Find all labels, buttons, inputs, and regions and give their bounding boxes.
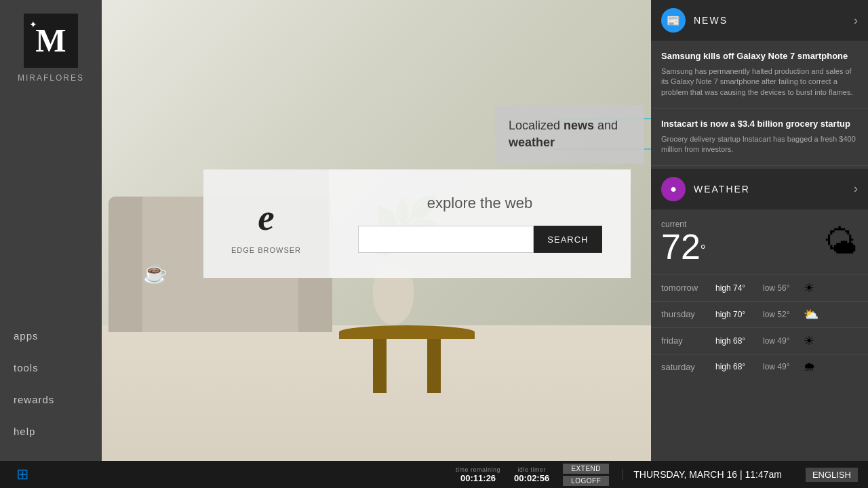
idle-timer-value: 00:02:56 <box>514 473 549 483</box>
forecast-day-0: tomorrow <box>661 283 715 293</box>
sidebar: ✦ M MIRAFLORES apps tools rewards help <box>0 0 102 461</box>
edge-browser-panel[interactable]: e EDGE BROWSER <box>203 169 329 278</box>
sidebar-item-tools[interactable]: tools <box>0 352 102 384</box>
sidebar-item-apps[interactable]: apps <box>0 320 102 352</box>
forecast-low-0: low 56° <box>763 283 804 293</box>
forecast-high-2: high 68° <box>715 336 763 346</box>
windows-start-button[interactable]: ⊞ <box>10 462 35 487</box>
tooltip-text-and: and <box>594 119 618 132</box>
forecast-low-1: low 52° <box>763 310 804 319</box>
news-header[interactable]: 📰 NEWS › <box>651 0 868 41</box>
taskbar: ⊞ time remaining 00:11:26 idle timer 00:… <box>0 461 868 488</box>
logo-icon: ✦ <box>29 19 37 30</box>
logoff-button[interactable]: LOGOFF <box>563 476 609 486</box>
time-remaining-display: time remaining 00:11:26 <box>456 466 500 483</box>
forecast-high-3: high 68° <box>715 362 763 371</box>
weather-header[interactable]: ● WEATHER › <box>651 169 868 209</box>
weather-temp-value: 72 <box>661 227 701 266</box>
weather-temp-area: current 72° <box>661 220 706 264</box>
table-leg1 <box>373 339 387 393</box>
tooltip-box: Localized news and weather <box>495 105 644 163</box>
sun-cloud-icon: 🌤 <box>824 223 858 261</box>
forecast-row-thursday: thursday high 70° low 52° ⛅ <box>651 301 868 327</box>
search-title: explore the web <box>427 195 532 212</box>
forecast-icon-1: ⛅ <box>804 307 818 322</box>
forecast-day-1: thursday <box>661 309 715 319</box>
sidebar-item-help[interactable]: help <box>0 415 102 447</box>
search-row: SEARCH <box>358 226 602 253</box>
datetime-display: THURSDAY, MARCH 16 | 11:47am <box>623 469 792 480</box>
weather-icon: ● <box>661 177 686 201</box>
edge-icon: e <box>243 193 290 241</box>
forecast-icon-0: ☀ <box>804 281 814 296</box>
news-icon-symbol: 📰 <box>667 14 680 27</box>
taskbar-info: time remaining 00:11:26 idle timer 00:02… <box>456 464 858 486</box>
forecast-row-friday: friday high 68° low 49° ☀ <box>651 327 868 354</box>
forecast-icon-3: 🌧 <box>804 360 816 374</box>
news-item-2-title: Instacart is now a $3.4 billion grocery … <box>661 119 858 130</box>
forecast-row-saturday: saturday high 68° low 49° 🌧 <box>651 354 868 380</box>
logo-letter: M <box>35 24 66 57</box>
tooltip-text-plain: Localized <box>509 119 564 132</box>
forecast-low-2: low 49° <box>763 336 804 346</box>
search-panel: explore the web SEARCH <box>329 169 631 278</box>
weather-current: current 72° 🌤 <box>651 209 868 274</box>
news-arrow-icon[interactable]: › <box>854 14 858 28</box>
tooltip-text-weather: weather <box>509 136 555 149</box>
idle-timer-display: idle timer 00:02:56 <box>514 466 549 483</box>
table-leg2 <box>427 339 441 393</box>
logo-area: ✦ M MIRAFLORES <box>0 0 102 96</box>
weather-current-icon: 🌤 <box>824 222 858 262</box>
extend-button[interactable]: EXTEND <box>563 464 609 474</box>
right-panel: 📰 NEWS › Samsung kills off Galaxy Note 7… <box>651 0 868 461</box>
time-remaining-label: time remaining <box>456 466 500 473</box>
coffee-mug: ☕ <box>142 261 167 285</box>
idle-timer-label: idle timer <box>517 466 546 473</box>
forecast-high-1: high 70° <box>715 310 763 319</box>
edge-e-letter: e <box>258 196 274 239</box>
news-item-2-desc: Grocery delivery startup Instacart has b… <box>661 134 858 155</box>
news-item-1-title: Samsung kills off Galaxy Note 7 smartpho… <box>661 51 858 62</box>
forecast-day-2: friday <box>661 336 715 346</box>
forecast-low-3: low 49° <box>763 362 804 371</box>
search-input[interactable] <box>358 226 534 253</box>
table-top <box>339 325 475 339</box>
forecast-icon-2: ☀ <box>804 333 814 348</box>
sofa-arm-left <box>108 197 142 332</box>
logo-box: ✦ M <box>24 14 78 68</box>
weather-degree: ° <box>701 242 706 257</box>
edge-label: EDGE BROWSER <box>231 246 301 254</box>
brand-name: MIRAFLORES <box>18 73 84 83</box>
search-button[interactable]: SEARCH <box>534 226 601 253</box>
language-selector[interactable]: ENGLISH <box>806 468 858 482</box>
news-icon: 📰 <box>661 8 686 33</box>
weather-arrow-icon[interactable]: › <box>854 182 858 196</box>
taskbar-action-buttons: EXTEND LOGOFF <box>563 464 609 486</box>
news-item-2[interactable]: Instacart is now a $3.4 billion grocery … <box>651 108 868 166</box>
windows-logo-icon: ⊞ <box>16 466 28 483</box>
news-title: NEWS <box>694 15 854 26</box>
weather-icon-symbol: ● <box>670 183 677 195</box>
news-item-1[interactable]: Samsung kills off Galaxy Note 7 smartpho… <box>651 41 868 108</box>
center-area: 🌿 ☕ Localized news and weather <box>102 0 651 461</box>
forecast-day-3: saturday <box>661 362 715 372</box>
weather-forecast: tomorrow high 74° low 56° ☀ thursday hig… <box>651 274 868 380</box>
weather-temp-display: 72° <box>661 229 706 264</box>
nav-items: apps tools rewards help <box>0 96 102 461</box>
sidebar-item-rewards[interactable]: rewards <box>0 384 102 415</box>
weather-title: WEATHER <box>694 184 854 195</box>
tooltip-text-news: news <box>564 119 594 132</box>
news-item-1-desc: Samsung has permanently halted productio… <box>661 66 858 98</box>
forecast-high-0: high 74° <box>715 283 763 293</box>
forecast-row-tomorrow: tomorrow high 74° low 56° ☀ <box>651 274 868 301</box>
time-remaining-value: 00:11:26 <box>460 473 496 483</box>
